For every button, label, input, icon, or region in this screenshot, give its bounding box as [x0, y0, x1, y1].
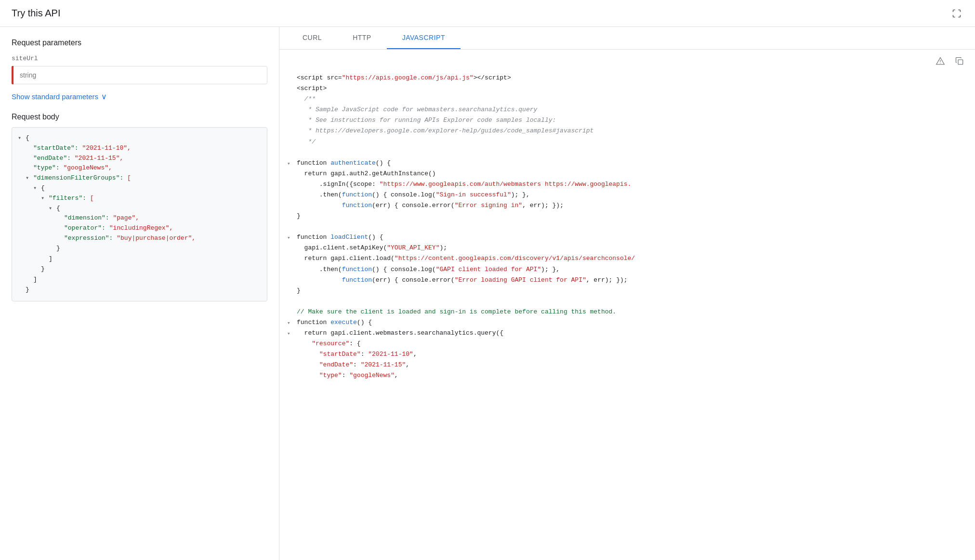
request-body-editor[interactable]: ▾{"startDate": "2021-11-10","endDate": "…	[12, 127, 267, 301]
code-toggle-icon	[287, 221, 297, 223]
code-line-content: /**	[297, 94, 967, 104]
code-toggle-icon	[287, 200, 297, 202]
svg-rect-2	[958, 60, 963, 65]
code-toggle-icon	[287, 137, 297, 138]
site-url-input[interactable]	[12, 66, 267, 84]
json-tree-line: "expression": "buy|purchase|order",	[18, 234, 261, 244]
tree-toggle-icon[interactable]: ▾	[33, 184, 41, 193]
json-line-content: {	[41, 183, 45, 194]
code-line-content: <script src="https://apis.google.com/js/…	[297, 73, 967, 83]
json-line-content: ]	[49, 254, 53, 264]
site-url-input-wrapper	[12, 66, 267, 84]
code-line-content: return gapi.client.load("https://content…	[297, 253, 967, 264]
json-line-content: }	[26, 285, 29, 295]
code-toggle-icon	[287, 253, 297, 255]
code-toggle-icon	[287, 275, 297, 276]
code-line	[287, 147, 967, 158]
svg-point-1	[940, 63, 940, 64]
json-tree-line: ]	[18, 254, 261, 264]
code-toggle-icon	[287, 147, 297, 149]
json-tree-line: "dimension": "page",	[18, 213, 261, 223]
json-line-content: "dimension": "page",	[64, 213, 139, 223]
code-line-content: * Sample JavaScript code for webmasters.…	[297, 104, 967, 115]
json-line-content: "expression": "buy|purchase|order",	[64, 234, 196, 244]
json-line-content: "endDate": "2021-11-15",	[33, 154, 123, 164]
param-label-site-url: siteUrl	[12, 55, 267, 62]
show-standard-params-toggle[interactable]: Show standard parameters ∨	[12, 92, 267, 101]
code-line-content: }	[297, 211, 967, 221]
code-line: "startDate": "2021-11-10",	[287, 349, 967, 360]
code-line: ▾function loadClient() {	[287, 232, 967, 243]
tab-curl[interactable]: cURL	[287, 27, 337, 49]
json-tree-line: ]	[18, 275, 261, 285]
code-line: .signIn({scope: "https://www.googleapis.…	[287, 179, 967, 190]
code-line-content: * https://developers.google.com/explorer…	[297, 126, 967, 136]
code-toggle-icon	[287, 211, 297, 212]
json-line-content: "startDate": "2021-11-10",	[33, 143, 131, 154]
code-line-content: function(err) { console.error("Error loa…	[297, 275, 967, 286]
chevron-down-icon: ∨	[101, 92, 107, 101]
code-toggle-icon	[287, 169, 297, 170]
code-toggle-icon[interactable]: ▾	[287, 317, 297, 328]
json-line-content: }	[41, 264, 45, 274]
copy-icon-button[interactable]	[952, 53, 967, 69]
code-line: .then(function() { console.log("GAPI cli…	[287, 264, 967, 275]
code-line: }	[287, 211, 967, 221]
code-toggle-icon	[287, 104, 297, 106]
tab-http[interactable]: HTTP	[337, 27, 387, 49]
code-line-content: // Make sure the client is loaded and si…	[297, 307, 967, 317]
code-line-content: function authenticate() {	[297, 158, 967, 169]
code-toggle-icon	[287, 83, 297, 85]
code-toggle-icon	[287, 286, 297, 287]
code-line: // Make sure the client is loaded and si…	[287, 307, 967, 317]
code-line-content: function execute() {	[297, 317, 967, 328]
code-toggle-icon	[287, 115, 297, 117]
code-line: }	[287, 286, 967, 296]
code-toggle-icon	[287, 264, 297, 266]
page-title: Try this API	[12, 8, 61, 19]
code-line: "type": "googleNews",	[287, 370, 967, 381]
right-panel: cURLHTTPJAVASCRIPT <script src="https://…	[279, 27, 975, 560]
expand-icon[interactable]	[950, 7, 963, 20]
json-tree-line: ▾{	[18, 204, 261, 214]
code-line	[287, 221, 967, 232]
tree-toggle-icon[interactable]: ▾	[26, 174, 33, 183]
code-toggle-icon	[287, 296, 297, 298]
code-line: function(err) { console.error("Error loa…	[287, 275, 967, 286]
code-line: <script>	[287, 83, 967, 94]
tree-toggle-icon[interactable]: ▾	[18, 134, 26, 143]
code-line: gapi.client.setApiKey("YOUR_API_KEY");	[287, 243, 967, 253]
code-toggle-icon	[287, 73, 297, 74]
json-line-content: ]	[33, 275, 37, 285]
code-line: ▾function authenticate() {	[287, 158, 967, 169]
warning-icon-button[interactable]	[933, 53, 948, 69]
tab-javascript[interactable]: JAVASCRIPT	[387, 27, 461, 49]
json-tree-line: "startDate": "2021-11-10",	[18, 143, 261, 154]
json-tree-line: }	[18, 244, 261, 254]
code-line-content: .then(function() { console.log("GAPI cli…	[297, 264, 967, 275]
code-line-content: gapi.client.setApiKey("YOUR_API_KEY");	[297, 243, 967, 253]
code-line-content: * See instructions for running APIs Expl…	[297, 115, 967, 126]
code-line-content: "type": "googleNews",	[297, 370, 967, 381]
code-toolbar	[279, 50, 975, 73]
code-toggle-icon	[287, 190, 297, 191]
code-line: return gapi.auth2.getAuthInstance()	[287, 169, 967, 179]
code-line: * https://developers.google.com/explorer…	[287, 126, 967, 136]
code-toggle-icon[interactable]: ▾	[287, 232, 297, 243]
tree-toggle-icon[interactable]: ▾	[49, 204, 56, 213]
code-line-content: function loadClient() {	[297, 232, 967, 243]
code-toggle-icon[interactable]: ▾	[287, 328, 297, 339]
json-tree-line: }	[18, 264, 261, 274]
tree-toggle-icon[interactable]: ▾	[41, 194, 49, 203]
json-line-content: "dimensionFilterGroups": [	[33, 173, 131, 183]
code-line: */	[287, 137, 967, 147]
code-toggle-icon[interactable]: ▾	[287, 158, 297, 169]
top-bar: Try this API	[0, 0, 975, 27]
json-line-content: {	[26, 133, 29, 143]
code-line: /**	[287, 94, 967, 104]
required-indicator	[12, 66, 13, 84]
code-line: "endDate": "2021-11-15",	[287, 360, 967, 370]
json-tree-line: "operator": "includingRegex",	[18, 223, 261, 234]
code-area[interactable]: <script src="https://apis.google.com/js/…	[279, 73, 975, 560]
json-line-content: "filters": [	[49, 194, 94, 204]
